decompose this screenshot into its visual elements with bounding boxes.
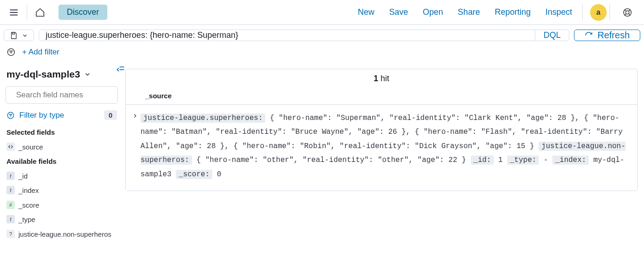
field-item-source[interactable]: _source [6, 140, 118, 155]
nav-inspect[interactable]: Inspect [538, 4, 580, 21]
lifebuoy-icon [622, 7, 632, 18]
filter-circle-icon [6, 111, 15, 120]
filter-by-type-button[interactable]: Filter by type 0 [6, 108, 118, 126]
body: my-dql-sample3 Filter by type 0 Selected… [0, 62, 644, 268]
query-bar: DQL Refresh [0, 25, 644, 46]
field-key: justice-league.superheroes: [141, 114, 265, 123]
refresh-label: Refresh [597, 30, 630, 41]
expand-row-button[interactable] [132, 111, 141, 181]
field-key: _score: [176, 170, 212, 179]
field-item-index[interactable]: t _index [6, 183, 118, 198]
divider [609, 5, 610, 20]
svg-rect-9 [12, 32, 15, 34]
add-filter-button[interactable]: + Add filter [22, 48, 59, 57]
results-panel: 1 hit _source justice-league.superheroes… [123, 62, 644, 268]
field-value: 1 [494, 156, 507, 164]
divider [582, 5, 583, 20]
filter-icon[interactable] [6, 48, 16, 57]
chevron-right-icon [132, 113, 138, 119]
nav-save[interactable]: Save [382, 4, 416, 21]
text-type-icon: t [6, 172, 15, 180]
field-value: - [539, 156, 552, 164]
column-header-source[interactable]: _source [126, 88, 637, 104]
save-icon [10, 31, 18, 40]
svg-line-7 [625, 13, 626, 15]
sidebar: my-dql-sample3 Filter by type 0 Selected… [0, 62, 123, 268]
field-name: justice-league.non-superheros [18, 230, 111, 239]
filter-type-count-badge: 0 [104, 110, 117, 120]
index-pattern-name: my-dql-sample3 [6, 69, 80, 80]
field-value: { "hero-name": "other", "real-identity":… [192, 156, 471, 164]
svg-line-6 [629, 13, 631, 15]
hit-count: 1 [374, 74, 378, 83]
help-button[interactable] [619, 4, 636, 21]
field-item-type[interactable]: t _type [6, 212, 118, 227]
unknown-type-icon: ? [6, 230, 15, 238]
collapse-sidebar-button[interactable] [116, 65, 125, 74]
chevron-down-icon [84, 71, 91, 78]
nav-new[interactable]: New [351, 4, 382, 21]
query-input-wrap: DQL [39, 30, 569, 41]
hamburger-icon [9, 7, 19, 18]
table-row: justice-league.superheroes: { "hero-name… [126, 104, 637, 191]
field-name: _source [18, 143, 43, 152]
available-fields-heading: Available fields [6, 155, 118, 169]
saved-queries-toggle[interactable] [4, 30, 34, 41]
nav-reporting[interactable]: Reporting [487, 4, 538, 21]
field-key: _type: [507, 155, 539, 165]
refresh-icon [585, 31, 593, 40]
app-badge[interactable]: Discover [59, 5, 107, 20]
selected-fields-heading: Selected fields [6, 126, 118, 140]
nav-share[interactable]: Share [451, 4, 487, 21]
hamburger-menu-button[interactable] [6, 4, 22, 21]
text-type-icon: t [6, 215, 15, 223]
home-icon [35, 7, 45, 18]
field-item-non-superheros[interactable]: ? justice-league.non-superheros [6, 227, 118, 242]
source-type-icon [6, 143, 15, 151]
hit-suffix: hit [378, 74, 389, 83]
text-type-icon: t [6, 186, 15, 194]
field-name: _score [18, 201, 39, 210]
topbar: Discover New Save Open Share Reporting I… [0, 0, 644, 25]
index-pattern-selector[interactable]: my-dql-sample3 [6, 65, 118, 86]
chevron-down-icon [22, 32, 28, 39]
svg-line-5 [625, 9, 626, 11]
query-language-button[interactable]: DQL [535, 30, 569, 41]
svg-point-4 [626, 11, 629, 14]
number-type-icon: # [6, 201, 15, 209]
filter-circle-icon [6, 48, 16, 57]
field-name: _index [18, 186, 39, 195]
topbar-right: New Save Open Share Reporting Inspect a [351, 4, 638, 21]
svg-line-8 [629, 9, 631, 11]
home-button[interactable] [32, 4, 48, 21]
query-input[interactable] [39, 30, 535, 41]
hits-header: 1 hit [126, 69, 637, 88]
search-fields-input[interactable] [16, 90, 114, 100]
row-content: justice-league.superheroes: { "hero-name… [141, 111, 629, 181]
results-card: 1 hit _source justice-league.superheroes… [125, 69, 638, 191]
avatar[interactable]: a [590, 4, 607, 21]
filter-row: + Add filter [0, 46, 644, 62]
search-fields-input-wrap[interactable] [6, 86, 118, 104]
field-item-id[interactable]: t _id [6, 169, 118, 184]
divider [27, 5, 27, 20]
field-item-score[interactable]: # _score [6, 198, 118, 213]
field-name: _id [18, 172, 28, 181]
filter-by-type-label: Filter by type [19, 111, 64, 120]
refresh-button[interactable]: Refresh [574, 30, 640, 41]
nav-open[interactable]: Open [416, 4, 451, 21]
field-key: _id: [471, 155, 494, 165]
field-key: _index: [552, 155, 589, 165]
collapse-icon [116, 65, 125, 74]
field-value: 0 [212, 170, 221, 179]
topbar-left: Discover [6, 4, 107, 21]
field-name: _type [18, 215, 35, 224]
